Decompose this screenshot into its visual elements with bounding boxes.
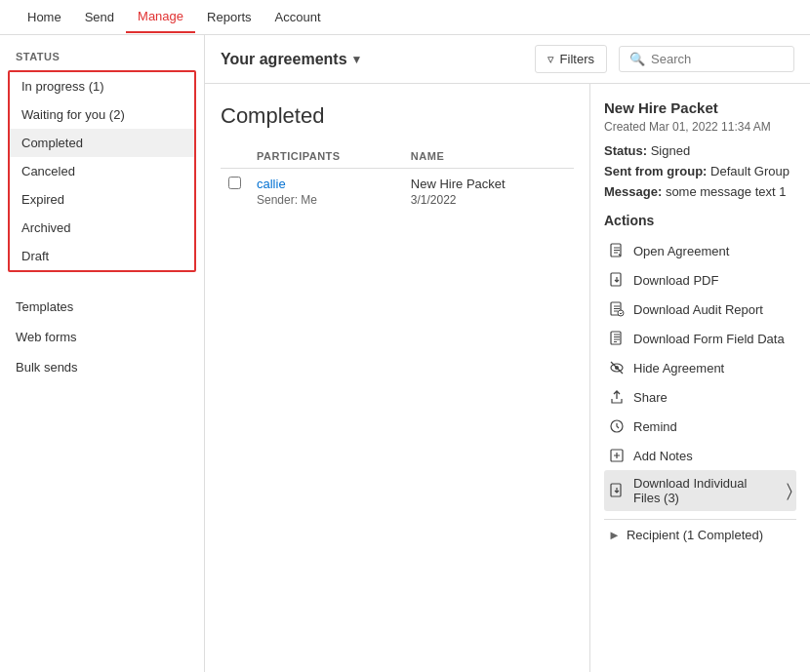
action-download-form-field-label: Download Form Field Data [633,332,785,346]
sidebar-item-web-forms[interactable]: Web forms [0,322,204,352]
action-remind-label: Remind [633,419,677,434]
action-hide-agreement[interactable]: Hide Agreement [604,353,796,382]
sender-info: Sender: Me [257,193,395,207]
right-panel-group: Sent from group: Default Group [604,164,796,178]
download-pdf-icon [608,271,626,289]
right-panel-created: Created Mar 01, 2022 11:34 AM [604,120,796,134]
action-download-audit-label: Download Audit Report [633,302,763,317]
chevron-down-icon[interactable]: ▼ [351,53,363,66]
open-agreement-icon [608,242,626,259]
action-download-individual-label: Download Individual Files (3) [633,476,775,505]
participant-cell: callie Sender: Me [249,169,403,216]
main-content: Your agreements ▼ ▿ Filters 🔍 Completed [205,35,810,672]
recipient-label: Recipient (1 Completed) [627,528,763,542]
doc-name: New Hire Packet [411,177,566,191]
main-layout: STATUS In progress (1) Waiting for you (… [0,35,810,672]
add-notes-icon [608,447,626,464]
sidebar-item-archived[interactable]: Archived [10,214,194,242]
table-area: Completed PARTICIPANTS NAME [205,84,590,672]
nav-home[interactable]: Home [16,2,73,32]
doc-cell: New Hire Packet 3/1/2022 [403,169,574,216]
right-panel-status: Status: Signed [604,143,796,158]
action-share[interactable]: Share [604,382,796,412]
action-open-agreement-label: Open Agreement [633,244,729,258]
actions-title: Actions [604,213,796,228]
remind-icon [608,417,626,435]
filter-label: Filters [560,52,594,66]
svg-rect-4 [611,332,621,344]
table-title: Completed [221,103,574,129]
svg-rect-1 [611,273,621,286]
action-open-agreement[interactable]: Open Agreement [604,236,796,265]
search-input[interactable] [651,52,784,66]
agreements-table: PARTICIPANTS NAME callie Sender: Me [221,144,574,215]
nav-send[interactable]: Send [73,2,126,32]
download-form-field-icon [608,330,626,347]
nav-reports[interactable]: Reports [195,2,263,32]
search-icon: 🔍 [629,52,645,66]
action-download-individual[interactable]: Download Individual Files (3) 〉 [604,470,796,511]
agreements-title: Your agreements ▼ [221,51,362,68]
action-download-pdf[interactable]: Download PDF [604,265,796,295]
svg-rect-10 [611,484,621,496]
recipient-section[interactable]: ► Recipient (1 Completed) [604,519,796,550]
sidebar: STATUS In progress (1) Waiting for you (… [0,35,205,672]
status-section-title: STATUS [0,51,204,70]
search-box[interactable]: 🔍 [619,46,794,72]
action-add-notes-label: Add Notes [633,449,693,463]
participant-name: callie [257,177,395,191]
expand-icon: ► [608,528,621,542]
action-hide-agreement-label: Hide Agreement [633,361,724,376]
action-download-audit[interactable]: Download Audit Report [604,295,796,324]
message-value: some message text 1 [666,184,787,199]
right-panel: New Hire Packet Created Mar 01, 2022 11:… [590,84,810,672]
nav-manage[interactable]: Manage [126,1,195,33]
right-panel-message: Message: some message text 1 [604,184,796,199]
svg-point-3 [618,310,624,316]
sidebar-item-expired[interactable]: Expired [10,185,194,214]
action-remind[interactable]: Remind [604,412,796,441]
action-share-label: Share [633,390,668,405]
extra-items-group: Templates Web forms Bulk sends [0,288,204,382]
sidebar-item-draft[interactable]: Draft [10,242,194,270]
sidebar-item-canceled[interactable]: Canceled [10,157,194,185]
group-value: Default Group [710,164,790,178]
download-audit-icon [608,300,626,318]
action-download-form-field[interactable]: Download Form Field Data [604,324,796,353]
col-participants: PARTICIPANTS [249,144,403,169]
right-panel-title: New Hire Packet [604,99,796,116]
filter-button[interactable]: ▿ Filters [535,45,607,73]
row-checkbox[interactable] [228,177,241,189]
col-checkbox [221,144,249,169]
action-download-pdf-label: Download PDF [633,273,718,288]
nav-account[interactable]: Account [263,2,333,32]
action-add-notes[interactable]: Add Notes [604,441,796,470]
sidebar-item-bulk-sends[interactable]: Bulk sends [0,352,204,382]
sidebar-item-waiting[interactable]: Waiting for you (2) [10,100,194,129]
table-row[interactable]: callie Sender: Me New Hire Packet 3/1/20… [221,169,574,216]
status-items-group: In progress (1) Waiting for you (2) Comp… [8,70,196,272]
content-body: Completed PARTICIPANTS NAME [205,84,810,672]
agreements-title-text: Your agreements [221,51,347,68]
doc-date: 3/1/2022 [411,193,566,207]
sidebar-item-in-progress[interactable]: In progress (1) [10,72,194,100]
cursor-icon: 〉 [787,481,792,501]
status-value: Signed [651,143,690,158]
row-checkbox-cell[interactable] [221,169,249,216]
col-name: NAME [403,144,574,169]
top-navigation: Home Send Manage Reports Account [0,0,810,35]
sidebar-item-templates[interactable]: Templates [0,292,204,322]
sidebar-item-completed[interactable]: Completed [10,129,194,157]
share-icon [608,388,626,406]
download-individual-icon [608,482,626,499]
hide-agreement-icon [608,359,626,376]
filter-icon: ▿ [547,52,554,66]
sub-header: Your agreements ▼ ▿ Filters 🔍 [205,35,810,84]
